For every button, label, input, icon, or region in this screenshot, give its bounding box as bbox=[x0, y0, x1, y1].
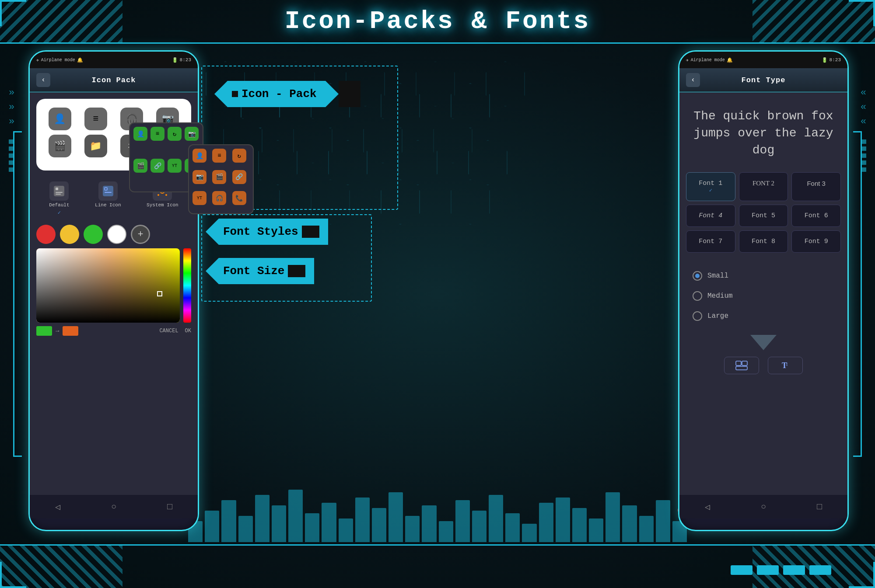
white-swatch[interactable] bbox=[107, 225, 126, 244]
size-small-radio[interactable] bbox=[693, 271, 702, 281]
mini-msg-icon: ≡ bbox=[150, 127, 164, 141]
from-color-swatch bbox=[36, 326, 52, 336]
nav-recents-icon[interactable]: □ bbox=[167, 502, 172, 512]
font-btn-1[interactable]: Font 1✓ bbox=[686, 172, 735, 201]
hex-15 bbox=[398, 140, 438, 185]
font-styles-black-end bbox=[302, 226, 319, 238]
size-triangle-indicator bbox=[686, 335, 841, 350]
right-notification-icon: 🔔 bbox=[727, 57, 733, 63]
font-btn-8[interactable]: Font 8 bbox=[739, 230, 788, 253]
eq-bar-22 bbox=[539, 503, 553, 542]
default-type-item[interactable]: Default ✓ bbox=[49, 181, 69, 216]
nav-back-icon[interactable]: ◁ bbox=[55, 501, 60, 512]
font-bottom-controls: T I bbox=[686, 357, 841, 374]
mini-o-yt: YT bbox=[192, 191, 206, 205]
mini-o-person: 👤 bbox=[192, 149, 206, 163]
left-bracket-deco bbox=[13, 131, 22, 457]
right-phone-frame: ✈ Airplane mode 🔔 🔋 8:23 ‹ Font Type The… bbox=[678, 50, 849, 531]
back-arrow-icon: ‹ bbox=[41, 76, 46, 84]
size-medium-label: Medium bbox=[707, 292, 733, 300]
nav-home-icon[interactable]: ○ bbox=[111, 502, 116, 512]
banner-body: Icon - Pack bbox=[228, 81, 326, 107]
right-nav-home-icon[interactable]: ○ bbox=[761, 502, 766, 512]
video-icon: 🎬 bbox=[49, 135, 71, 157]
icon-item-contacts[interactable]: 👤 bbox=[45, 108, 74, 130]
icon-item-messages[interactable]: ≡ bbox=[81, 108, 110, 130]
font-btn-9[interactable]: Font 9 bbox=[791, 230, 841, 253]
font-btn-3[interactable]: Font 3 bbox=[791, 172, 841, 201]
font-btn-5[interactable]: Font 5 bbox=[739, 205, 788, 227]
left-decorations: » » » bbox=[9, 87, 14, 172]
color-picker-main[interactable] bbox=[36, 248, 180, 323]
size-large-item[interactable]: Large bbox=[693, 306, 834, 326]
right-phone-nav: ◁ ○ □ bbox=[679, 494, 847, 518]
indicator-4 bbox=[809, 565, 831, 575]
add-color-button[interactable]: + bbox=[131, 225, 150, 244]
font-btn-7[interactable]: Font 7 bbox=[686, 230, 735, 253]
to-color-swatch bbox=[63, 326, 78, 336]
line-icon-type-item[interactable]: Line Icon bbox=[95, 181, 121, 216]
font-selection-grid: Font 1✓ FONT 2 Font 3 Font 4 Font 5 Font… bbox=[686, 172, 841, 253]
green-swatch[interactable] bbox=[84, 225, 103, 244]
eq-bar-15 bbox=[422, 505, 436, 542]
size-small-item[interactable]: Small bbox=[693, 266, 834, 286]
chevron-icon-2: » bbox=[9, 102, 14, 113]
line-type-icon bbox=[102, 185, 114, 197]
svg-rect-12 bbox=[736, 361, 741, 365]
chevron-icon-r3: « bbox=[861, 116, 866, 127]
eq-bar-18 bbox=[472, 511, 486, 542]
left-back-button[interactable]: ‹ bbox=[36, 73, 50, 87]
right-nav-recents-icon[interactable]: □ bbox=[817, 502, 822, 512]
size-large-radio[interactable] bbox=[693, 311, 702, 321]
system-icon-label: System Icon bbox=[147, 202, 178, 208]
right-back-arrow-icon: ‹ bbox=[691, 76, 695, 84]
icon-item-video[interactable]: 🎬 bbox=[45, 135, 74, 157]
svg-rect-0 bbox=[54, 186, 64, 196]
messages-icon: ≡ bbox=[84, 108, 107, 130]
banner-end bbox=[339, 81, 360, 107]
ok-button[interactable]: OK bbox=[185, 328, 191, 334]
left-phone-title: Icon Pack bbox=[92, 76, 136, 84]
eq-bar-4 bbox=[238, 516, 253, 542]
eq-bar-11 bbox=[355, 498, 370, 542]
font-btn-4[interactable]: Font 4 bbox=[686, 205, 735, 227]
eq-bar-8 bbox=[305, 513, 319, 542]
font-btn-6[interactable]: Font 6 bbox=[791, 205, 841, 227]
cancel-button[interactable]: CANCEL bbox=[159, 328, 178, 334]
font-btn-2[interactable]: FONT 2 bbox=[739, 172, 788, 201]
dot-r3 bbox=[862, 153, 866, 158]
dot-1 bbox=[9, 139, 13, 144]
eq-bar-10 bbox=[339, 518, 353, 542]
banner-black-square bbox=[232, 91, 238, 97]
font-size-banner-body: Font Size bbox=[219, 258, 314, 284]
eq-bar-14 bbox=[405, 516, 420, 542]
right-nav-back-icon[interactable]: ◁ bbox=[705, 501, 710, 512]
mini-yt-icon: YT bbox=[168, 159, 182, 173]
eq-bar-9 bbox=[322, 503, 336, 542]
icon-pack-toggle-button[interactable] bbox=[724, 357, 759, 374]
font-type-button[interactable]: T I bbox=[768, 357, 803, 374]
icon-pack-toggle-icon bbox=[735, 361, 748, 370]
icon-pack-banner: Icon - Pack bbox=[214, 81, 360, 107]
size-medium-radio[interactable] bbox=[693, 291, 702, 301]
size-medium-item[interactable]: Medium bbox=[693, 286, 834, 306]
eq-bar-13 bbox=[388, 492, 403, 542]
font-size-banner: Font Size bbox=[206, 258, 314, 284]
dot-r4 bbox=[862, 160, 866, 165]
red-swatch[interactable] bbox=[36, 225, 56, 244]
status-left-text: Airplane mode bbox=[41, 58, 75, 63]
yellow-swatch[interactable] bbox=[60, 225, 79, 244]
hue-slider[interactable] bbox=[183, 248, 191, 323]
battery-icon: 🔋 bbox=[172, 57, 178, 63]
color-picker-area bbox=[36, 248, 191, 323]
eq-bar-2 bbox=[205, 511, 219, 542]
dot-r2 bbox=[862, 146, 866, 151]
eq-bar-3 bbox=[221, 500, 236, 542]
hex-17 bbox=[468, 140, 508, 185]
right-back-button[interactable]: ‹ bbox=[686, 73, 700, 87]
right-battery-icon: 🔋 bbox=[822, 57, 828, 63]
dot-3 bbox=[9, 153, 13, 158]
icon-item-files[interactable]: 📁 bbox=[81, 135, 110, 157]
hex-9 bbox=[486, 61, 525, 107]
eq-bar-23 bbox=[556, 498, 570, 542]
